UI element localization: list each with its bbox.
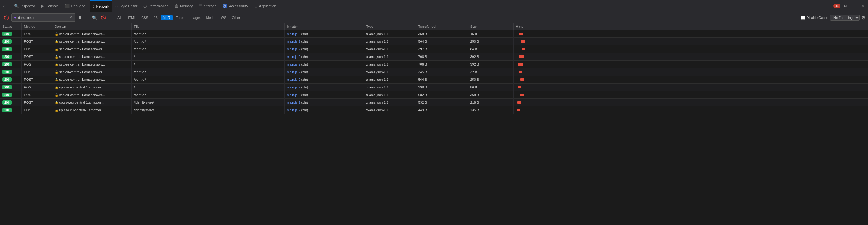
cell-waterfall — [514, 61, 868, 68]
cell-initiator[interactable]: main.js:2 (xhr) — [284, 45, 364, 53]
initiator-link[interactable]: main.js:2 — [287, 32, 301, 36]
inspector-label: Inspector — [21, 4, 35, 8]
clear-requests-button[interactable]: 🚫 — [2, 14, 10, 21]
initiator-link[interactable]: main.js:2 — [287, 40, 301, 43]
cell-file: / — [131, 61, 284, 68]
col-header-type[interactable]: Type — [364, 23, 416, 30]
col-header-domain[interactable]: Domain — [52, 23, 131, 30]
filter-type-js[interactable]: JS — [151, 15, 160, 21]
initiator-link[interactable]: main.js:2 — [287, 93, 301, 97]
toolbar-right: 11 ⧉ ⋯ ✕ — [834, 2, 866, 9]
table-row[interactable]: 200POST🔒up.sso.eu-central-1.amazon.../id… — [0, 99, 868, 106]
block-requests-button[interactable]: 🚫 — [100, 14, 107, 21]
col-header-size[interactable]: Size — [468, 23, 514, 30]
tab-network[interactable]: ↕Network — [90, 0, 112, 12]
cell-type: x-amz-json-1.1 — [364, 83, 416, 91]
table-row[interactable]: 200POST🔒sso.eu-central-1.amazonaws.../co… — [0, 76, 868, 83]
waterfall-bar-wrap — [516, 63, 866, 66]
filter-type-css[interactable]: CSS — [139, 15, 151, 21]
network-label: Network — [96, 5, 109, 8]
waterfall-bar — [518, 101, 521, 104]
lock-icon: 🔒 — [55, 55, 58, 59]
initiator-link[interactable]: main.js:2 — [287, 70, 301, 74]
initiator-link[interactable]: main.js:2 — [287, 101, 301, 104]
table-row[interactable]: 200POST🔒up.sso.eu-central-1.amazon.../ma… — [0, 83, 868, 91]
col-header-method[interactable]: Method — [21, 23, 52, 30]
tab-debugger[interactable]: ⬛Debugger — [62, 0, 90, 12]
table-row[interactable]: 200POST🔒up.sso.eu-central-1.amazon.../id… — [0, 106, 868, 114]
debugger-label: Debugger — [71, 4, 87, 8]
disable-cache-checkbox[interactable] — [801, 15, 805, 20]
initiator-link[interactable]: main.js:2 — [287, 63, 301, 66]
tab-performance[interactable]: ◷Performance — [140, 0, 172, 12]
cell-initiator[interactable]: main.js:2 (xhr) — [284, 30, 364, 38]
initiator-link[interactable]: main.js:2 — [287, 47, 301, 51]
tab-storage[interactable]: ☰Storage — [196, 0, 219, 12]
network-toolbar: 🚫 ▼ ✕ ⏸ + 🔍 🚫 AllHTMLCSSJSXHRFontsImages… — [0, 12, 868, 23]
table-row[interactable]: 200POST🔒sso.eu-central-1.amazonaws.../co… — [0, 45, 868, 53]
cell-domain: 🔒sso.eu-central-1.amazonaws... — [52, 38, 131, 45]
filter-type-ws[interactable]: WS — [219, 15, 229, 21]
table-row[interactable]: 200POST🔒sso.eu-central-1.amazonaws.../co… — [0, 38, 868, 45]
col-header-file[interactable]: File — [131, 23, 284, 30]
lock-icon: 🔒 — [55, 47, 58, 51]
network-settings-button[interactable]: ⚙ — [862, 15, 866, 20]
table-header-row: StatusMethodDomainFileInitiatorTypeTrans… — [0, 23, 868, 30]
initiator-link[interactable]: main.js:2 — [287, 55, 301, 59]
cell-initiator[interactable]: main.js:2 (xhr) — [284, 61, 364, 68]
debugger-icon: ⬛ — [65, 4, 70, 8]
accessibility-icon: ♿ — [222, 4, 227, 8]
cell-transferred: 397 B — [416, 45, 468, 53]
filter-type-xhr[interactable]: XHR — [161, 15, 173, 21]
close-devtools-button[interactable]: ✕ — [860, 3, 866, 9]
tab-console[interactable]: ▶Console — [38, 0, 61, 12]
add-filter-button[interactable]: + — [85, 14, 90, 21]
col-header-transferred[interactable]: Transferred — [416, 23, 468, 30]
filter-type-html[interactable]: HTML — [124, 15, 138, 21]
tab-accessibility[interactable]: ♿Accessibility — [219, 0, 251, 12]
cell-initiator[interactable]: main.js:2 (xhr) — [284, 76, 364, 83]
filter-type-all[interactable]: All — [115, 15, 123, 21]
tab-memory[interactable]: 🗑Memory — [172, 0, 196, 12]
col-header-0-ms[interactable]: 0 ms — [514, 23, 868, 30]
more-tools-button[interactable]: ⋯ — [850, 3, 858, 9]
initiator-link[interactable]: main.js:2 — [287, 78, 301, 81]
cell-initiator[interactable]: main.js:2 (xhr) — [284, 83, 364, 91]
table-row[interactable]: 200POST🔒sso.eu-central-1.amazonaws.../ma… — [0, 61, 868, 68]
cell-initiator[interactable]: main.js:2 (xhr) — [284, 53, 364, 61]
filter-type-images[interactable]: Images — [187, 15, 203, 21]
cell-waterfall — [514, 30, 868, 38]
cell-initiator[interactable]: main.js:2 (xhr) — [284, 68, 364, 76]
devtools-back-button[interactable]: ⟵ — [2, 2, 10, 10]
clear-filter-button[interactable]: ✕ — [68, 14, 73, 21]
inspector-icon: 🔍 — [14, 4, 19, 8]
filter-type-fonts[interactable]: Fonts — [173, 15, 187, 21]
initiator-link[interactable]: main.js:2 — [287, 108, 301, 112]
table-row[interactable]: 200POST🔒sso.eu-central-1.amazonaws.../co… — [0, 30, 868, 38]
status-badge: 200 — [2, 77, 11, 82]
tab-style-editor[interactable]: {}Style Editor — [112, 0, 141, 12]
table-row[interactable]: 200POST🔒sso.eu-central-1.amazonaws.../co… — [0, 91, 868, 99]
tab-inspector[interactable]: 🔍Inspector — [11, 0, 38, 12]
cell-initiator[interactable]: main.js:2 (xhr) — [284, 38, 364, 45]
cell-initiator[interactable]: main.js:2 (xhr) — [284, 99, 364, 106]
search-requests-button[interactable]: 🔍 — [91, 14, 98, 21]
throttle-select[interactable]: No Throttling — [830, 15, 860, 21]
filter-input[interactable] — [18, 16, 67, 20]
filter-type-other[interactable]: Other — [229, 15, 243, 21]
network-table: StatusMethodDomainFileInitiatorTypeTrans… — [0, 23, 868, 114]
initiator-link[interactable]: main.js:2 — [287, 85, 301, 89]
table-row[interactable]: 200POST🔒sso.eu-central-1.amazonaws.../co… — [0, 68, 868, 76]
pause-recording-button[interactable]: ⏸ — [77, 14, 84, 21]
responsive-design-button[interactable]: ⧉ — [842, 2, 848, 9]
cell-initiator[interactable]: main.js:2 (xhr) — [284, 91, 364, 99]
filter-type-media[interactable]: Media — [204, 15, 218, 21]
cell-file: /identitystore/ — [131, 99, 284, 106]
status-badge: 200 — [2, 39, 11, 44]
cell-initiator[interactable]: main.js:2 (xhr) — [284, 106, 364, 114]
cell-type: x-amz-json-1.1 — [364, 53, 416, 61]
col-header-status[interactable]: Status — [0, 23, 21, 30]
table-row[interactable]: 200POST🔒sso.eu-central-1.amazonaws.../ma… — [0, 53, 868, 61]
tab-application[interactable]: ⊞Application — [251, 0, 279, 12]
col-header-initiator[interactable]: Initiator — [284, 23, 364, 30]
